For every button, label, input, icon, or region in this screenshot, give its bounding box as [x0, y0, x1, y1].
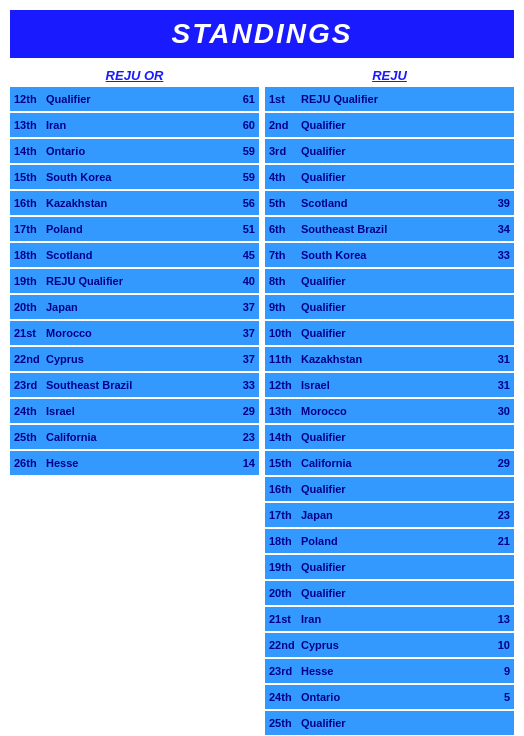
table-row: 3rd Qualifier [265, 139, 514, 163]
rank-cell: 13th [269, 405, 301, 417]
table-row: 9th Qualifier [265, 295, 514, 319]
name-cell: Qualifier [301, 145, 488, 157]
name-cell: Qualifier [46, 93, 233, 105]
table-row: 23rd Southeast Brazil 33 [10, 373, 259, 397]
rank-cell: 10th [269, 327, 301, 339]
rank-cell: 24th [14, 405, 46, 417]
score-cell: 56 [233, 197, 255, 209]
score-cell: 31 [488, 379, 510, 391]
score-cell: 39 [488, 197, 510, 209]
rank-cell: 23rd [269, 665, 301, 677]
table-row: 18th Poland 21 [265, 529, 514, 553]
name-cell: Poland [301, 535, 488, 547]
rank-cell: 7th [269, 249, 301, 261]
rank-cell: 22nd [269, 639, 301, 651]
table-row: 5th Scotland 39 [265, 191, 514, 215]
name-cell: Qualifier [301, 327, 488, 339]
rank-cell: 17th [269, 509, 301, 521]
table-row: 21st Iran 13 [265, 607, 514, 631]
score-cell: 37 [233, 327, 255, 339]
name-cell: Israel [46, 405, 233, 417]
rank-cell: 3rd [269, 145, 301, 157]
score-cell: 40 [233, 275, 255, 287]
score-cell: 23 [233, 431, 255, 443]
name-cell: Qualifier [301, 587, 488, 599]
rank-cell: 18th [269, 535, 301, 547]
table-row: 15th California 29 [265, 451, 514, 475]
column-1: REJU OR 12th Qualifier 61 13th Iran 60 1… [10, 68, 259, 477]
rank-cell: 20th [14, 301, 46, 313]
name-cell: Hesse [46, 457, 233, 469]
table-row: 18th Scotland 45 [10, 243, 259, 267]
name-cell: Scotland [46, 249, 233, 261]
score-cell: 33 [233, 379, 255, 391]
name-cell: Cyprus [46, 353, 233, 365]
score-cell: 59 [233, 145, 255, 157]
table-row: 25th California 23 [10, 425, 259, 449]
table-row: 8th Qualifier [265, 269, 514, 293]
name-cell: Qualifier [301, 717, 488, 729]
name-cell: Kazakhstan [46, 197, 233, 209]
rank-cell: 25th [14, 431, 46, 443]
name-cell: Scotland [301, 197, 488, 209]
table-row: 19th Qualifier [265, 555, 514, 579]
score-cell: 9 [488, 665, 510, 677]
table-row: 15th South Korea 59 [10, 165, 259, 189]
name-cell: Morocco [301, 405, 488, 417]
rank-cell: 11th [269, 353, 301, 365]
rank-cell: 2nd [269, 119, 301, 131]
rank-cell: 16th [269, 483, 301, 495]
table-row: 22nd Cyprus 37 [10, 347, 259, 371]
table-row: 13th Iran 60 [10, 113, 259, 137]
table-row: 2nd Qualifier [265, 113, 514, 137]
name-cell: Southeast Brazil [46, 379, 233, 391]
table-row: 4th Qualifier [265, 165, 514, 189]
name-cell: Qualifier [301, 171, 488, 183]
rank-cell: 14th [269, 431, 301, 443]
score-cell: 37 [233, 301, 255, 313]
rank-cell: 5th [269, 197, 301, 209]
table-row: 7th South Korea 33 [265, 243, 514, 267]
name-cell: Iran [301, 613, 488, 625]
name-cell: Qualifier [301, 483, 488, 495]
rank-cell: 19th [269, 561, 301, 573]
table-row: 21st Morocco 37 [10, 321, 259, 345]
score-cell: 33 [488, 249, 510, 261]
score-cell: 14 [233, 457, 255, 469]
score-cell: 23 [488, 509, 510, 521]
rank-cell: 4th [269, 171, 301, 183]
name-cell: Morocco [46, 327, 233, 339]
rank-cell: 26th [14, 457, 46, 469]
table-row: 14th Qualifier [265, 425, 514, 449]
score-cell: 61 [233, 93, 255, 105]
column-2: REJU 1st REJU Qualifier 2nd Qualifier 3r… [265, 68, 514, 736]
table-row: 22nd Cyprus 10 [265, 633, 514, 657]
table-row: 25th Qualifier [265, 711, 514, 735]
rank-cell: 21st [269, 613, 301, 625]
score-cell: 29 [488, 457, 510, 469]
name-cell: Japan [46, 301, 233, 313]
table-row: 24th Israel 29 [10, 399, 259, 423]
score-cell: 60 [233, 119, 255, 131]
name-cell: REJU Qualifier [301, 93, 488, 105]
table-row: 10th Qualifier [265, 321, 514, 345]
name-cell: Qualifier [301, 301, 488, 313]
name-cell: Qualifier [301, 561, 488, 573]
name-cell: Qualifier [301, 431, 488, 443]
name-cell: Kazakhstan [301, 353, 488, 365]
name-cell: Ontario [301, 691, 488, 703]
table-row: 24th Ontario 5 [265, 685, 514, 709]
score-cell: 45 [233, 249, 255, 261]
table-row: 20th Qualifier [265, 581, 514, 605]
table-row: 14th Ontario 59 [10, 139, 259, 163]
score-cell: 31 [488, 353, 510, 365]
name-cell: Israel [301, 379, 488, 391]
name-cell: Ontario [46, 145, 233, 157]
rank-cell: 8th [269, 275, 301, 287]
score-cell: 30 [488, 405, 510, 417]
name-cell: REJU Qualifier [46, 275, 233, 287]
rank-cell: 12th [14, 93, 46, 105]
score-cell: 29 [233, 405, 255, 417]
rank-cell: 21st [14, 327, 46, 339]
rank-cell: 19th [14, 275, 46, 287]
